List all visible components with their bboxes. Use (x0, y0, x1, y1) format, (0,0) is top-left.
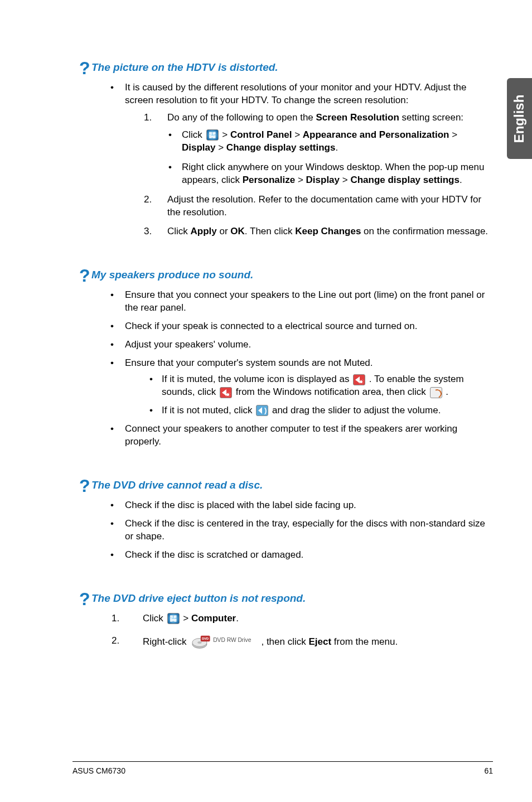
question-mark-icon: ? (79, 589, 90, 610)
bold: Keep Changes (295, 226, 361, 236)
bullet-text: Connect your speakers to another compute… (125, 423, 457, 447)
footer-page-number: 61 (484, 766, 493, 775)
step-item: 2. Right-click DVD DVD RW Drive , then c… (91, 635, 493, 650)
bold: Control Panel (230, 129, 292, 140)
svg-text:DVD: DVD (202, 637, 209, 641)
bold: Apply (191, 226, 217, 236)
question-mark-icon: ? (79, 265, 90, 286)
sep: > (295, 175, 306, 185)
volume-muted-icon (220, 387, 232, 398)
step-number: 1. (112, 612, 119, 625)
faq-heading: The DVD drive eject button is not respon… (91, 592, 493, 605)
language-tab: English (507, 78, 532, 159)
step-text: Right-click (143, 637, 189, 648)
faq-body: 1. Click > Computer. 2. Right-click DVD (91, 612, 493, 651)
faq-heading: The picture on the HDTV is distorted. (91, 61, 493, 74)
bold: Display (182, 142, 215, 153)
bullet-text: Check if the disc is placed with the lab… (125, 500, 356, 510)
svg-point-2 (197, 641, 201, 644)
windows-start-icon (206, 129, 219, 141)
step-number: 2. (112, 635, 119, 648)
step-text: Click (143, 613, 166, 624)
bullet-item: Ensure that you connect your speakers to… (91, 289, 493, 315)
step-bold: Screen Resolution (316, 112, 399, 123)
sub-bullet-item: If it is muted, the volume icon is displ… (139, 373, 493, 399)
step-number: 3. (144, 225, 152, 238)
step-text: Adjust the resolution. Refer to the docu… (167, 194, 481, 218)
bullet-text: Ensure that you connect your speakers to… (125, 289, 485, 313)
page-footer: ASUS CM6730 61 (72, 761, 493, 775)
step-item: 3. Click Apply or OK. Then click Keep Ch… (125, 225, 493, 238)
bullet-item: Ensure that your computer's system sound… (91, 357, 493, 417)
language-tab-label: English (512, 94, 528, 143)
substep-text: Click (182, 129, 205, 140)
intro-text: It is caused by the different resolution… (125, 82, 466, 105)
substep-item: Right click anywhere on your Windows des… (167, 161, 493, 187)
bullet-text: Check if the disc is centered in the tra… (125, 518, 485, 542)
document-page: English ? The picture on the HDTV is dis… (0, 0, 532, 802)
bold: Eject (309, 637, 332, 648)
bullet-text: Check if your speak is connected to a el… (125, 321, 417, 331)
faq-section-dvd-eject: ? The DVD drive eject button is not resp… (91, 592, 493, 651)
faq-section-speakers-no-sound: ? My speakers produce no sound. Ensure t… (91, 269, 493, 448)
faq-body: Check if the disc is placed with the lab… (91, 499, 493, 562)
sep: > (340, 175, 350, 185)
bullet-item: Check if your speak is connected to a el… (91, 320, 493, 333)
question-mark-icon: ? (79, 58, 90, 79)
step-item: 2. Adjust the resolution. Refer to the d… (125, 194, 493, 219)
bold: Display (306, 175, 340, 185)
intro-bullet: It is caused by the different resolution… (91, 81, 493, 238)
bullet-item: Check if the disc is centered in the tra… (91, 518, 493, 543)
sub-bullet-item: If it is not muted, click and drag the s… (139, 404, 493, 417)
step-text: on the confirmation message. (361, 226, 488, 236)
bold: OK (230, 226, 245, 236)
bold: Computer (191, 613, 236, 624)
windows-start-icon (167, 613, 180, 624)
step-text: setting screen: (399, 112, 463, 123)
volume-on-icon (256, 405, 268, 416)
sep: > (292, 129, 302, 140)
step-item: 1. Click > Computer. (91, 612, 493, 625)
step-item: 1. Do any of the following to open the S… (125, 112, 493, 187)
step-text: . Then click (245, 226, 295, 236)
dvd-drive-icon: DVD DVD RW Drive (191, 635, 259, 650)
bold: Appearance and Personalization (303, 129, 449, 140)
step-text: Click (167, 226, 191, 236)
step-text: or (217, 226, 231, 236)
tail: . (460, 175, 462, 185)
faq-section-hdtv-distorted: ? The picture on the HDTV is distorted. … (91, 61, 493, 238)
sub-text: from the Windows notification area, then… (233, 386, 429, 397)
sep: > (449, 129, 457, 140)
step-number: 2. (144, 194, 152, 206)
tail: . (236, 613, 239, 624)
step-text: Do any of the following to open the (167, 112, 316, 123)
question-mark-icon: ? (79, 476, 90, 496)
step-number: 1. (144, 112, 152, 124)
tail: from the menu. (331, 637, 398, 648)
faq-heading: The DVD drive cannot read a disc. (91, 479, 493, 491)
bullet-item: Check if the disc is scratched or damage… (91, 549, 493, 562)
bold: Personalize (243, 175, 296, 185)
bullet-item: Adjust your speakers' volume. (91, 339, 493, 351)
sub-text: . (443, 386, 448, 397)
faq-section-dvd-cannot-read: ? The DVD drive cannot read a disc. Chec… (91, 479, 493, 562)
volume-muted-icon (353, 374, 365, 385)
sub-text: and drag the slider to adjust the volume… (269, 405, 441, 416)
faq-heading: My speakers produce no sound. (91, 269, 493, 281)
mixer-icon (430, 387, 442, 398)
sep: > (220, 129, 230, 140)
sep: > (181, 613, 191, 624)
bold: Change display settings (350, 175, 460, 185)
sep: > (215, 142, 226, 153)
faq-body: Ensure that you connect your speakers to… (91, 289, 493, 448)
faq-body: It is caused by the different resolution… (91, 81, 493, 238)
dvd-drive-label: DVD RW Drive (213, 637, 251, 644)
bullet-text: Check if the disc is scratched or damage… (125, 549, 303, 560)
bullet-item: Check if the disc is placed with the lab… (91, 499, 493, 512)
bold: Change display settings (226, 142, 336, 153)
footer-model: ASUS CM6730 (72, 766, 125, 775)
step-text: , then click (261, 637, 308, 648)
tail: . (335, 142, 338, 153)
sub-text: If it is muted, the volume icon is displ… (162, 374, 352, 384)
sub-text: If it is not muted, click (162, 405, 255, 416)
